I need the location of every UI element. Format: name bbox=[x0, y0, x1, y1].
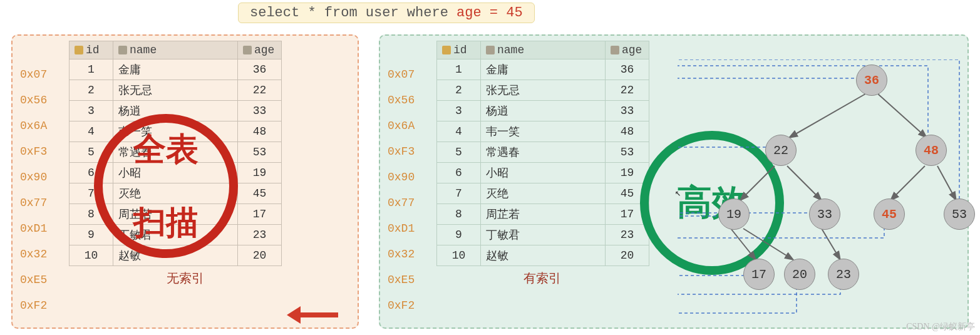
col-age: age bbox=[238, 41, 282, 59]
tree-node-19: 19 bbox=[718, 198, 750, 230]
panel-with-index: 0x070x560x6A0xF30x900x770xD10x320xE50xF2… bbox=[379, 34, 969, 329]
row-address: 0x56 bbox=[388, 88, 415, 113]
tree-node-36: 36 bbox=[856, 64, 887, 96]
svg-line-8 bbox=[822, 229, 840, 260]
table-row: 8周芷若17 bbox=[437, 204, 649, 225]
row-address: 0xF2 bbox=[388, 293, 415, 319]
table-row: 7灭绝45 bbox=[437, 183, 649, 204]
svg-line-7 bbox=[743, 229, 793, 260]
sql-condition: age = 45 bbox=[456, 5, 523, 21]
row-address: 0xF3 bbox=[20, 139, 47, 165]
table-row: 2张无忌22 bbox=[70, 80, 282, 101]
row-address: 0x77 bbox=[388, 190, 415, 216]
row-address: 0x77 bbox=[20, 190, 47, 216]
col-id: id bbox=[70, 41, 113, 59]
table-row: 8周芷若17 bbox=[70, 204, 282, 225]
address-column-right: 0x070x560x6A0xF30x900x770xD10x320xE50xF2 bbox=[388, 62, 415, 319]
tree-node-48: 48 bbox=[916, 135, 947, 166]
row-address: 0x6A bbox=[20, 113, 47, 139]
col-name: name bbox=[113, 41, 238, 59]
tree-node-45: 45 bbox=[874, 198, 905, 230]
table-row: 6小昭19 bbox=[70, 163, 282, 183]
user-table-left: id name age 1金庸362张无忌223杨逍334韦一笑485常遇春53… bbox=[69, 41, 282, 266]
table-row: 7灭绝45 bbox=[70, 183, 282, 204]
table-row: 3杨逍33 bbox=[437, 101, 649, 121]
row-address: 0x6A bbox=[388, 113, 415, 139]
scan-arrow-line bbox=[294, 312, 338, 317]
table-row: 10赵敏20 bbox=[437, 245, 649, 266]
table-row: 1金庸36 bbox=[70, 59, 282, 80]
watermark: CSDN @绿蚁新亭 bbox=[906, 321, 975, 332]
address-column-left: 0x070x560x6A0xF30x900x770xD10x320xE50xF2 bbox=[20, 62, 47, 319]
table-row: 4韦一笑48 bbox=[70, 121, 282, 142]
col-icon bbox=[486, 46, 495, 54]
tree-node-22: 22 bbox=[765, 135, 797, 166]
tree-node-33: 33 bbox=[809, 198, 840, 230]
table-row: 6小昭19 bbox=[437, 163, 649, 183]
col-age: age bbox=[606, 41, 649, 59]
index-bst: 36 22 48 19 33 45 53 17 20 23 bbox=[678, 59, 966, 316]
tree-node-20: 20 bbox=[784, 259, 815, 290]
sql-text: select * from user where bbox=[250, 5, 456, 21]
svg-line-0 bbox=[789, 94, 865, 138]
row-address: 0x90 bbox=[20, 165, 47, 190]
row-address: 0xE5 bbox=[388, 267, 415, 293]
table-row: 2张无忌22 bbox=[437, 80, 649, 101]
row-address: 0x56 bbox=[20, 88, 47, 113]
table-row: 5常遇春53 bbox=[70, 142, 282, 163]
cursor-icon: ↖ bbox=[675, 187, 681, 199]
col-icon bbox=[118, 46, 127, 54]
svg-line-2 bbox=[740, 166, 775, 200]
sql-query-banner: select * from user where age = 45 bbox=[238, 3, 535, 23]
col-icon bbox=[243, 46, 252, 54]
row-address: 0x32 bbox=[388, 242, 415, 267]
tree-node-53: 53 bbox=[944, 198, 975, 230]
svg-line-6 bbox=[731, 229, 756, 260]
row-address: 0xF3 bbox=[388, 139, 415, 165]
row-address: 0xD1 bbox=[388, 216, 415, 242]
user-table-right: id name age 1金庸362张无忌223杨逍334韦一笑485常遇春53… bbox=[436, 41, 649, 266]
table-row: 3杨逍33 bbox=[70, 101, 282, 121]
row-address: 0x32 bbox=[20, 242, 47, 267]
table-row: 9丁敏君23 bbox=[70, 225, 282, 245]
col-name: name bbox=[481, 41, 606, 59]
table-row: 1金庸36 bbox=[437, 59, 649, 80]
table-row: 9丁敏君23 bbox=[437, 225, 649, 245]
svg-line-4 bbox=[890, 166, 925, 200]
row-address: 0xE5 bbox=[20, 267, 47, 293]
table-row: 4韦一笑48 bbox=[437, 121, 649, 142]
row-address: 0x07 bbox=[20, 62, 47, 88]
col-icon bbox=[611, 46, 619, 54]
svg-line-3 bbox=[787, 166, 822, 200]
table-row: 5常遇春53 bbox=[437, 142, 649, 163]
row-address: 0xD1 bbox=[20, 216, 47, 242]
tree-node-23: 23 bbox=[828, 259, 859, 290]
pk-icon bbox=[75, 46, 83, 54]
row-address: 0x07 bbox=[388, 62, 415, 88]
pk-icon bbox=[442, 46, 451, 54]
row-address: 0x90 bbox=[388, 165, 415, 190]
table-row: 10赵敏20 bbox=[70, 245, 282, 266]
row-address: 0xF2 bbox=[20, 293, 47, 319]
col-id: id bbox=[437, 41, 481, 59]
tree-node-17: 17 bbox=[743, 259, 775, 290]
svg-line-5 bbox=[937, 166, 956, 200]
svg-line-1 bbox=[878, 94, 927, 138]
